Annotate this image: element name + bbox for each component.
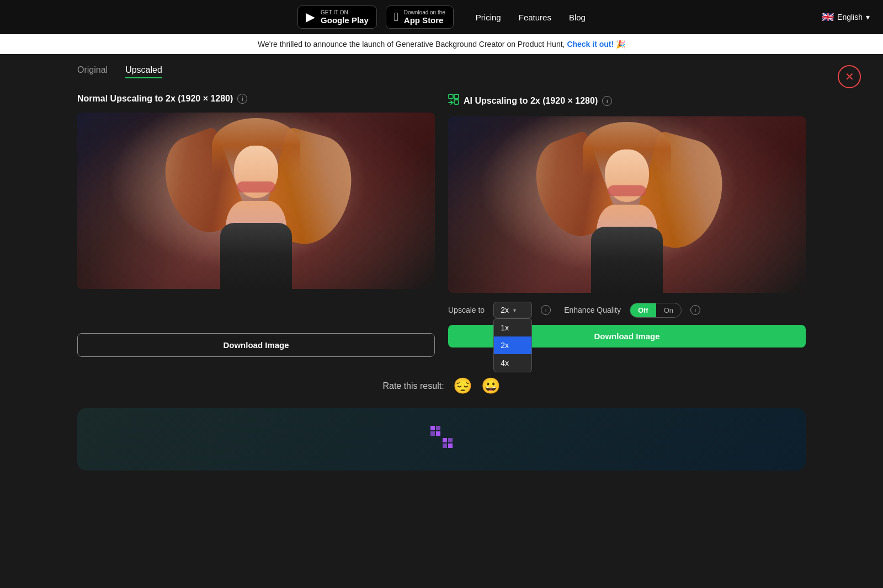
- jacket-r: [591, 227, 663, 293]
- enhance-info-icon[interactable]: i: [690, 305, 700, 315]
- upscale-value: 2x: [501, 306, 509, 314]
- enhance-quality-label: Enhance Quality: [564, 306, 621, 314]
- main-content: ✕ Original Upscaled Normal Upscaling to …: [0, 54, 883, 493]
- app-store-button[interactable]:  Download on the App Store: [386, 6, 454, 29]
- tab-upscaled[interactable]: Upscaled: [125, 65, 162, 78]
- features-link[interactable]: Features: [519, 13, 551, 22]
- google-play-icon: ▶: [306, 10, 315, 24]
- blog-link[interactable]: Blog: [569, 13, 586, 22]
- tab-original[interactable]: Original: [77, 65, 108, 78]
- svg-rect-10: [448, 443, 453, 448]
- pricing-link[interactable]: Pricing: [476, 13, 501, 22]
- columns: Normal Upscaling to 2x (1920 × 1280) i: [77, 94, 806, 357]
- left-info-icon[interactable]: i: [237, 94, 247, 104]
- svg-rect-4: [436, 426, 440, 430]
- announcement-link[interactable]: Check it out!: [567, 40, 614, 49]
- enhance-off-toggle[interactable]: Off: [630, 303, 656, 317]
- upscale-dropdown-wrapper: 2x ▾ 1x 2x 4x: [493, 302, 532, 318]
- announcement-text: We're thrilled to announce the launch of…: [258, 40, 565, 49]
- right-image: [448, 116, 806, 293]
- left-column: Normal Upscaling to 2x (1920 × 1280) i: [77, 94, 435, 357]
- apple-icon: : [394, 10, 398, 24]
- svg-rect-6: [436, 431, 440, 436]
- announcement-emoji: 🎉: [616, 40, 625, 49]
- upscale-dropdown-menu: 1x 2x 4x: [493, 318, 532, 372]
- chevron-down-icon: ▾: [866, 13, 870, 22]
- svg-rect-7: [443, 438, 447, 442]
- sad-emoji-button[interactable]: 😔: [453, 377, 472, 395]
- upscale-info-icon[interactable]: i: [541, 305, 551, 315]
- jacket: [220, 223, 292, 289]
- top-nav: ▶ GET IT ON Google Play  Download on th…: [0, 0, 883, 34]
- google-play-button[interactable]: ▶ GET IT ON Google Play: [297, 6, 377, 29]
- upscale-to-label: Upscale to: [448, 306, 485, 314]
- upscale-option-1x[interactable]: 1x: [494, 319, 531, 336]
- left-download-button[interactable]: Download Image: [77, 333, 435, 357]
- left-col-bottom: [77, 289, 435, 333]
- upscale-option-4x[interactable]: 4x: [494, 354, 531, 372]
- svg-rect-9: [443, 443, 447, 448]
- nav-links: Pricing Features Blog: [476, 13, 586, 22]
- google-play-label-big: Google Play: [321, 15, 369, 25]
- controls-row: Upscale to 2x ▾ 1x 2x 4x i Enhance Quali…: [448, 293, 806, 325]
- sunglasses-r: [608, 185, 646, 196]
- ai-upscale-icon: [448, 94, 459, 108]
- left-column-title: Normal Upscaling to 2x (1920 × 1280) i: [77, 94, 435, 104]
- enhance-on-toggle[interactable]: On: [656, 303, 681, 317]
- face: [234, 146, 278, 198]
- svg-rect-3: [430, 426, 435, 430]
- person-figure-right: [572, 133, 682, 293]
- left-image-container: [77, 113, 435, 289]
- close-button[interactable]: ✕: [838, 65, 861, 88]
- left-image: [77, 113, 435, 289]
- bottom-card: [77, 408, 806, 471]
- app-store-label-small: Download on the: [404, 9, 445, 15]
- app-store-label-big: App Store: [404, 15, 445, 25]
- right-column-title: AI Upscaling to 2x (1920 × 1280) i: [448, 94, 806, 108]
- svg-rect-8: [448, 438, 453, 442]
- right-image-container: [448, 116, 806, 293]
- rate-section: Rate this result: 😔 😀: [77, 377, 806, 395]
- svg-rect-1: [454, 94, 459, 99]
- flag-icon: 🇬🇧: [822, 11, 834, 23]
- language-selector[interactable]: 🇬🇧 English ▾: [822, 11, 870, 23]
- right-column: AI Upscaling to 2x (1920 × 1280) i: [448, 94, 806, 357]
- happy-emoji-button[interactable]: 😀: [481, 377, 501, 395]
- language-label: English: [837, 13, 863, 22]
- pixelate-icon: [428, 424, 455, 455]
- chevron-down-icon: ▾: [513, 307, 516, 313]
- sunglasses: [237, 181, 275, 193]
- svg-rect-5: [430, 431, 435, 436]
- upscale-dropdown[interactable]: 2x ▾: [493, 302, 532, 318]
- enhance-quality-toggle: Off On: [630, 303, 682, 318]
- face-r: [605, 149, 649, 202]
- svg-rect-0: [449, 94, 453, 99]
- tabs: Original Upscaled: [77, 65, 806, 78]
- announcement-bar: We're thrilled to announce the launch of…: [0, 34, 883, 54]
- rate-label: Rate this result:: [382, 381, 444, 391]
- person-figure-left: [201, 129, 311, 289]
- svg-rect-2: [454, 100, 459, 104]
- upscale-option-2x[interactable]: 2x: [494, 336, 531, 354]
- google-play-label-small: GET IT ON: [321, 9, 369, 15]
- right-info-icon[interactable]: i: [602, 96, 612, 106]
